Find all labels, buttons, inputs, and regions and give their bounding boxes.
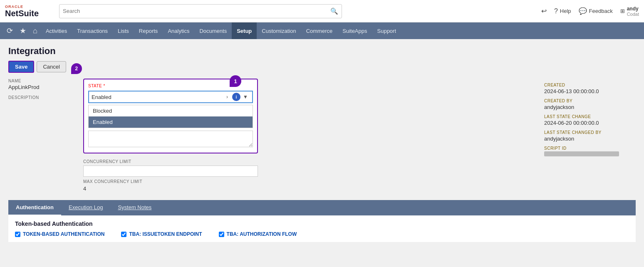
nav-item-setup[interactable]: Setup bbox=[232, 22, 257, 39]
last-state-change-value: 2024-06-20 00:00:00.0 bbox=[544, 120, 636, 126]
nav-bar: ⟳ ★ ⌂ Activities Transactions Lists Repo… bbox=[0, 22, 644, 39]
nav-item-reports[interactable]: Reports bbox=[134, 22, 163, 39]
auth-checkboxes: TOKEN-BASED AUTHENTICATION TBA: ISSUETOK… bbox=[15, 231, 629, 237]
auth-section-title: Token-based Authentication bbox=[15, 220, 629, 227]
oracle-label: ORACLE bbox=[5, 5, 51, 9]
user-area[interactable]: ⊞ andy Codat bbox=[620, 6, 639, 17]
nav-item-support[interactable]: Support bbox=[372, 22, 401, 39]
search-input[interactable] bbox=[63, 8, 330, 14]
nav-item-activities[interactable]: Activities bbox=[41, 22, 72, 39]
top-header: ORACLE NetSuite 🔍 ↩ ? Help 💬 Feedback ⊞ … bbox=[0, 0, 644, 22]
state-label: STATE * bbox=[88, 84, 253, 88]
help-label: Help bbox=[560, 8, 571, 14]
nav-favorites-icon[interactable]: ★ bbox=[16, 26, 30, 35]
state-required: * bbox=[104, 84, 105, 88]
annotation-1: 1 bbox=[230, 75, 241, 87]
description-label: DESCRIPTION bbox=[8, 95, 75, 100]
feedback-button[interactable]: 💬 Feedback bbox=[579, 7, 613, 15]
tabs-section: Authentication Execution Log System Note… bbox=[8, 200, 636, 215]
nav-item-commerce[interactable]: Commerce bbox=[301, 22, 338, 39]
nav-item-suiteapps[interactable]: SuiteApps bbox=[337, 22, 372, 39]
feedback-icon: 💬 bbox=[579, 7, 587, 15]
nav-item-lists[interactable]: Lists bbox=[113, 22, 134, 39]
nav-home-icon[interactable]: ⌂ bbox=[30, 27, 41, 35]
auth-item-tba-issuetoken: TBA: ISSUETOKEN ENDPOINT bbox=[121, 231, 202, 237]
page-title: Integration bbox=[8, 46, 636, 57]
search-bar[interactable]: 🔍 bbox=[59, 4, 342, 18]
dropdown-chevron-btn[interactable]: ▼ bbox=[241, 93, 250, 101]
tba-auth-flow-checkbox[interactable] bbox=[219, 232, 224, 237]
help-icon: ? bbox=[554, 7, 558, 15]
name-label: NAME bbox=[8, 79, 75, 83]
help-button[interactable]: ? Help bbox=[554, 7, 571, 15]
tba-issuetoken-checkbox[interactable] bbox=[121, 232, 126, 237]
nav-item-transactions[interactable]: Transactions bbox=[72, 22, 113, 39]
action-bar: Save Cancel 2 bbox=[8, 61, 636, 73]
name-wrapper: AppLinkProd bbox=[8, 84, 39, 95]
form-left: NAME AppLinkProd DESCRIPTION bbox=[8, 79, 75, 192]
page-content: Integration Save Cancel 2 NAME AppLinkPr… bbox=[0, 39, 644, 249]
auth-section: Token-based Authentication TOKEN-BASED A… bbox=[8, 215, 636, 242]
checkin-button[interactable]: ↩ bbox=[541, 7, 547, 15]
form-center: 1 STATE * › i ▼ Block bbox=[83, 79, 258, 192]
tba-issuetoken-label[interactable]: TBA: ISSUETOKEN ENDPOINT bbox=[129, 231, 202, 237]
tba-auth-flow-label[interactable]: TBA: AUTHORIZATION FLOW bbox=[227, 231, 297, 237]
created-value: 2024-06-13 00:00:00.0 bbox=[544, 88, 636, 94]
user-sub: Codat bbox=[627, 12, 639, 17]
max-concurrency-value: 4 bbox=[83, 185, 258, 192]
tba-checkbox[interactable] bbox=[15, 232, 20, 237]
auth-item-tba: TOKEN-BASED AUTHENTICATION bbox=[15, 231, 104, 237]
feedback-label: Feedback bbox=[589, 8, 613, 14]
last-state-change-label: LAST STATE CHANGE bbox=[544, 114, 636, 119]
checkin-icon: ↩ bbox=[541, 7, 547, 15]
concurrency-limit-label: CONCURRENCY LIMIT bbox=[83, 159, 258, 164]
tba-label[interactable]: TOKEN-BASED AUTHENTICATION bbox=[23, 231, 104, 237]
nav-item-analytics[interactable]: Analytics bbox=[163, 22, 194, 39]
max-concurrency-label: MAX CONCURRENCY LIMIT bbox=[83, 179, 258, 184]
netsuite-label: NetSuite bbox=[5, 9, 51, 18]
form-right: CREATED 2024-06-13 00:00:00.0 CREATED BY… bbox=[544, 79, 636, 192]
user-name: andy bbox=[627, 6, 639, 12]
form-layout: NAME AppLinkProd DESCRIPTION 1 STATE * bbox=[8, 79, 636, 192]
auth-item-tba-auth-flow: TBA: AUTHORIZATION FLOW bbox=[219, 231, 297, 237]
created-by-label: CREATED BY bbox=[544, 99, 636, 103]
user-icon: ⊞ bbox=[620, 8, 625, 14]
script-id-value bbox=[544, 151, 636, 158]
dropdown-options-list: Blocked Enabled bbox=[88, 105, 253, 128]
description-textarea[interactable] bbox=[88, 131, 253, 147]
concurrency-limit-input[interactable] bbox=[83, 166, 258, 177]
tab-authentication[interactable]: Authentication bbox=[8, 200, 61, 215]
last-state-changed-by-value: andyjackson bbox=[544, 136, 636, 142]
nav-item-documents[interactable]: Documents bbox=[194, 22, 232, 39]
annotation-2: 2 bbox=[71, 63, 82, 74]
created-label: CREATED bbox=[544, 83, 636, 87]
nav-item-customization[interactable]: Customization bbox=[257, 22, 301, 39]
state-container: STATE * › i ▼ Blocked Enabled bbox=[83, 79, 258, 153]
save-button[interactable]: Save bbox=[8, 61, 34, 73]
cancel-button[interactable]: Cancel bbox=[37, 61, 66, 72]
tab-system-notes[interactable]: System Notes bbox=[110, 200, 159, 215]
created-by-value: andyjackson bbox=[544, 104, 636, 110]
dropdown-arrow-right[interactable]: › bbox=[223, 93, 231, 101]
dropdown-info-btn[interactable]: i bbox=[232, 93, 240, 101]
logo-area: ORACLE NetSuite bbox=[5, 5, 51, 18]
script-id-blurred bbox=[544, 151, 619, 156]
option-blocked[interactable]: Blocked bbox=[89, 105, 253, 116]
state-dropdown-input[interactable]: › i ▼ bbox=[88, 91, 253, 103]
concurrency-section: CONCURRENCY LIMIT MAX CONCURRENCY LIMIT … bbox=[83, 159, 258, 192]
user-info: andy Codat bbox=[627, 6, 639, 17]
dropdown-buttons: › i ▼ bbox=[223, 93, 250, 101]
name-value: AppLinkProd bbox=[8, 84, 39, 90]
option-enabled[interactable]: Enabled bbox=[89, 116, 253, 128]
tab-execution-log[interactable]: Execution Log bbox=[61, 200, 110, 215]
script-id-label: SCRIPT ID bbox=[544, 146, 636, 151]
nav-history-icon[interactable]: ⟳ bbox=[3, 26, 16, 35]
state-input[interactable] bbox=[92, 94, 223, 100]
top-right-area: ↩ ? Help 💬 Feedback ⊞ andy Codat bbox=[541, 6, 639, 17]
last-state-changed-by-label: LAST STATE CHANGED BY bbox=[544, 130, 636, 135]
search-icon: 🔍 bbox=[330, 7, 338, 15]
